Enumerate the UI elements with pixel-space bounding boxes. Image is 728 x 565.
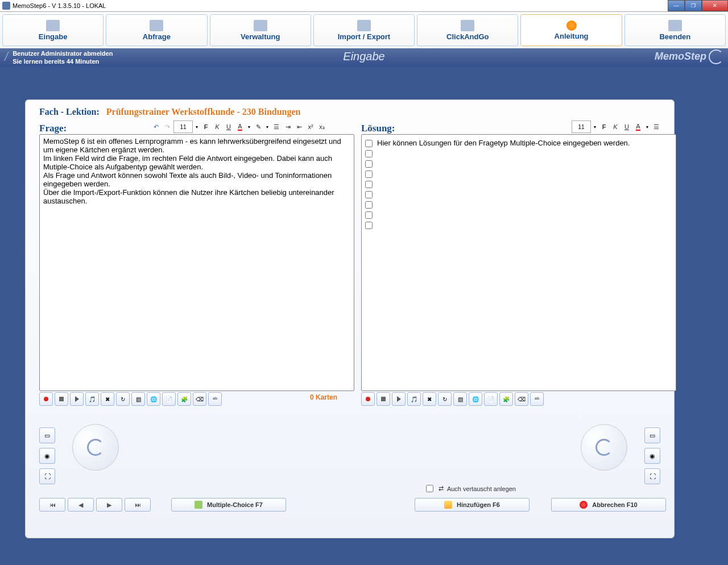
superscript-button[interactable]: x²: [305, 122, 316, 132]
multiple-choice-button[interactable]: Multiple-Choice F7: [171, 498, 286, 512]
help-icon: [566, 20, 577, 31]
bullet-list-button[interactable]: ☰: [271, 122, 282, 132]
insert-web-button[interactable]: 🌐: [147, 392, 160, 406]
record-button[interactable]: [39, 392, 53, 406]
toolbar-eingabe-button[interactable]: Eingabe: [2, 14, 104, 46]
nav-last-button[interactable]: ⏭: [125, 498, 151, 512]
insert-object-button[interactable]: 🧩: [177, 392, 191, 406]
window-minimize-button[interactable]: —: [668, 0, 685, 11]
link-solution-button[interactable]: ◉: [644, 448, 660, 464]
delete-audio-button[interactable]: ✖: [101, 392, 114, 406]
toolbar-abfrage-button[interactable]: Abfrage: [106, 14, 207, 46]
nav-next-button[interactable]: ▶: [96, 498, 122, 512]
undo-button[interactable]: ↶: [151, 122, 161, 132]
insert-file-button[interactable]: 📄: [162, 392, 176, 406]
format-clear-button[interactable]: ⌫: [193, 392, 206, 406]
toolbar-verwaltung-button[interactable]: Verwaltung: [210, 14, 311, 46]
delete-audio-button[interactable]: ✖: [423, 392, 436, 406]
editor-panel: Fach - Lektion: Prüfungstrainer Werkstof…: [25, 99, 675, 538]
cancel-button[interactable]: Abbrechen F10: [551, 498, 666, 512]
highlight-button[interactable]: ✎: [253, 122, 263, 132]
stop-button[interactable]: [377, 392, 390, 406]
record-button[interactable]: [361, 392, 375, 406]
play-button[interactable]: [392, 392, 406, 406]
subscript-button[interactable]: x₂: [317, 122, 327, 132]
font-size-input-solution[interactable]: [572, 121, 591, 133]
nav-prev-button[interactable]: ◀: [68, 498, 94, 512]
insert-file-button[interactable]: 📄: [484, 392, 498, 406]
toolbar-clickandgo-button[interactable]: ClickAndGo: [417, 14, 518, 46]
insert-web-button[interactable]: 🌐: [469, 392, 482, 406]
insert-image-button[interactable]: ▧: [131, 392, 145, 406]
mc-checkbox-4[interactable]: [365, 181, 373, 188]
toolbar-beenden-button[interactable]: Beenden: [624, 14, 726, 46]
indent-button[interactable]: ⇥: [283, 122, 293, 132]
preview-solution-button[interactable]: ▭: [644, 427, 660, 443]
fach-lektion-header: Fach - Lektion: Prüfungstrainer Werkstof…: [39, 107, 300, 117]
font-color-button[interactable]: A: [633, 122, 643, 132]
attach-audio-button[interactable]: 🎵: [85, 392, 99, 406]
spellcheck-button[interactable]: ᵃᵇ: [530, 392, 544, 406]
mc-checkbox-0[interactable]: [365, 140, 373, 147]
redo-button[interactable]: ↷: [162, 122, 172, 132]
outdent-button[interactable]: ⇤: [294, 122, 304, 132]
fullscreen-solution-button[interactable]: ⛶: [644, 468, 660, 484]
nav-first-button[interactable]: ⏮: [39, 498, 65, 512]
play-button[interactable]: [70, 392, 84, 406]
toolbar-abfrage-label: Abfrage: [143, 32, 171, 41]
mc-checkbox-1[interactable]: [365, 150, 373, 157]
toolbar-clickandgo-label: ClickAndGo: [446, 32, 489, 41]
stop-button[interactable]: [55, 392, 68, 406]
attach-audio-button[interactable]: 🎵: [407, 392, 421, 406]
font-size-input-question[interactable]: [173, 121, 193, 133]
preview-circle-solution[interactable]: [581, 424, 627, 471]
italic-button[interactable]: K: [212, 122, 222, 132]
font-size-dropdown-icon[interactable]: ▾: [592, 122, 598, 132]
format-clear-button[interactable]: ⌫: [515, 392, 528, 406]
font-size-dropdown-icon[interactable]: ▾: [194, 122, 200, 132]
mc-checkbox-5[interactable]: [365, 191, 373, 198]
query-icon: [150, 20, 163, 31]
add-card-button[interactable]: Hinzufügen F6: [415, 498, 530, 512]
bold-button[interactable]: F: [599, 122, 609, 132]
swap-checkbox[interactable]: [426, 485, 433, 492]
device-icon: [461, 20, 474, 31]
logo-ring-icon: [709, 49, 723, 64]
font-color-dropdown-icon[interactable]: ▾: [246, 122, 252, 132]
question-textarea[interactable]: MemoStep 6 ist ein offenes Lernprogramm …: [39, 134, 354, 391]
underline-button[interactable]: U: [224, 122, 234, 132]
insert-object-button[interactable]: 🧩: [499, 392, 513, 406]
bullet-list-button[interactable]: ☰: [651, 122, 661, 132]
toolbar-verwaltung-label: Verwaltung: [241, 32, 280, 41]
font-color-button[interactable]: A: [235, 122, 245, 132]
mc-checkbox-6[interactable]: [365, 201, 373, 209]
window-close-button[interactable]: ✕: [702, 0, 728, 11]
refresh-button[interactable]: ↻: [438, 392, 452, 406]
mc-text-0[interactable]: Hier können Lösungen für den Fragetyp Mu…: [377, 139, 630, 147]
mc-checkbox-8[interactable]: [365, 222, 373, 229]
preview-question-button[interactable]: ▭: [39, 427, 55, 443]
fullscreen-question-button[interactable]: ⛶: [39, 468, 55, 484]
mc-checkbox-2[interactable]: [365, 160, 373, 168]
user-logout-link[interactable]: Benutzer Administrator abmelden: [13, 49, 113, 57]
italic-button[interactable]: K: [610, 122, 621, 132]
window-maximize-button[interactable]: ❐: [685, 0, 702, 11]
mc-checkbox-3[interactable]: [365, 171, 373, 178]
toolbar-import-export-button[interactable]: Import / Export: [313, 14, 415, 46]
insert-image-button[interactable]: ▧: [453, 392, 467, 406]
toolbar-anleitung-button[interactable]: Anleitung: [520, 14, 622, 46]
link-question-button[interactable]: ◉: [39, 448, 55, 464]
format-toolbar-question: ↶ ↷ ▾ F K U A ▾ ✎ ▾ ☰ ⇥ ⇤ x² x₂: [151, 121, 344, 133]
bold-button[interactable]: F: [201, 122, 211, 132]
highlight-dropdown-icon[interactable]: ▾: [264, 122, 270, 132]
preview-circle-question[interactable]: [72, 424, 119, 471]
fach-lektion-value: Prüfungstrainer Werkstoffkunde - 230 Bin…: [106, 107, 301, 117]
refresh-button[interactable]: ↻: [116, 392, 130, 406]
mc-checkbox-7[interactable]: [365, 211, 373, 219]
swap-label: Auch vertauscht anlegen: [447, 485, 516, 492]
slash-icon: /: [5, 49, 8, 64]
spellcheck-button[interactable]: ᵃᵇ: [208, 392, 222, 406]
font-color-dropdown-icon[interactable]: ▾: [644, 122, 650, 132]
card-count-label: 0 Karten: [310, 393, 337, 401]
underline-button[interactable]: U: [622, 122, 632, 132]
